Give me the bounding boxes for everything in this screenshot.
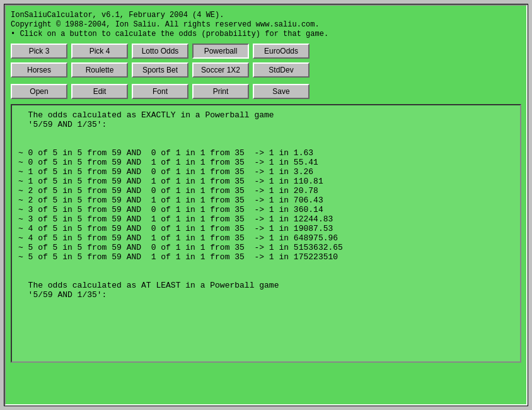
stddev-button[interactable]: StdDev	[253, 62, 309, 78]
print-button[interactable]: Print	[192, 84, 249, 99]
pick4-button[interactable]: Pick 4	[71, 44, 128, 59]
output-area-container: The odds calculated as EXACTLY in a Powe…	[11, 104, 521, 363]
title-line2: Copyright © 1988-2004, Ion Saliu. All ri…	[11, 20, 521, 29]
button-row-2: Horses Roulette Sports Bet Soccer 1X2 St…	[11, 62, 521, 78]
title-bar: IonSaliuCalculator, v6.1, February 2004 …	[11, 11, 521, 38]
font-button[interactable]: Font	[132, 84, 188, 99]
main-window: IonSaliuCalculator, v6.1, February 2004 …	[4, 4, 528, 406]
edit-button[interactable]: Edit	[71, 84, 128, 99]
output-scrollable[interactable]: The odds calculated as EXACTLY in a Powe…	[12, 105, 520, 361]
save-button[interactable]: Save	[253, 84, 309, 99]
horses-button[interactable]: Horses	[11, 62, 67, 78]
open-button[interactable]: Open	[11, 84, 67, 99]
title-line3: • Click on a button to calculate the odd…	[11, 30, 521, 38]
title-line1: IonSaliuCalculator, v6.1, February 2004 …	[11, 11, 521, 20]
pick3-button[interactable]: Pick 3	[11, 44, 67, 59]
lotto-odds-button[interactable]: Lotto Odds	[132, 44, 188, 59]
button-row-3: Open Edit Font Print Save	[11, 84, 521, 99]
roulette-button[interactable]: Roulette	[71, 62, 128, 78]
output-text: The odds calculated as EXACTLY in a Powe…	[12, 105, 520, 305]
button-row-1: Pick 3 Pick 4 Lotto Odds Powerball EuroO…	[11, 44, 521, 59]
powerball-button[interactable]: Powerball	[192, 44, 249, 59]
euro-odds-button[interactable]: EuroOdds	[253, 44, 309, 59]
sports-bet-button[interactable]: Sports Bet	[132, 62, 188, 78]
soccer-button[interactable]: Soccer 1X2	[192, 62, 249, 78]
